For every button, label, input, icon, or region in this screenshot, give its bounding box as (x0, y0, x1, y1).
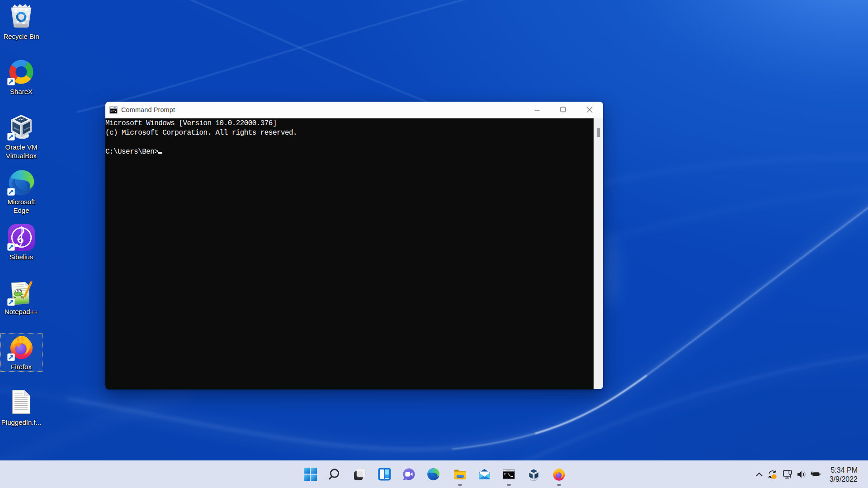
svg-text:C:\: C:\ (504, 473, 510, 476)
svg-text:C:\: C:\ (110, 109, 116, 113)
